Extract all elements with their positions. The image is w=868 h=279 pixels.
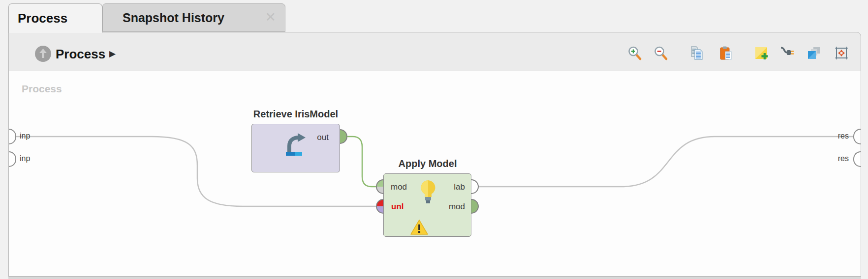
chevron-right-icon: ▶: [109, 49, 116, 59]
zoom-in-icon[interactable]: [627, 46, 642, 60]
fit-to-view-icon[interactable]: [834, 46, 849, 60]
apply-lab-out-port-label: lab: [454, 182, 465, 192]
apply-mod-out-port-label: mod: [449, 202, 465, 212]
operator-retrieve-irismodel[interactable]: out: [251, 124, 340, 172]
process-editor-window: Process Snapshot History ✕ Process ▶: [0, 0, 868, 279]
canvas-bottom-edge: [8, 276, 861, 279]
process-result-label-1: res: [823, 132, 849, 140]
apply-mod-in-port-label: mod: [391, 182, 407, 192]
process-input-label-2: inp: [20, 154, 30, 163]
copy-icon[interactable]: [689, 46, 704, 60]
apply-unl-in-port-label: unl: [391, 202, 404, 212]
navigate-up-button[interactable]: [35, 46, 51, 62]
process-input-label-1: inp: [20, 132, 30, 140]
process-canvas[interactable]: Process inp inp res res Retrieve IrisMod…: [8, 71, 861, 276]
operator-title-retrieve: Retrieve IrisModel: [232, 109, 360, 120]
tab-process-label: Process: [9, 11, 67, 26]
breadcrumb[interactable]: Process: [56, 47, 105, 62]
up-arrow-icon: [35, 46, 51, 62]
warning-icon: [410, 219, 429, 235]
process-result-label-2: res: [823, 154, 849, 163]
operator-apply-model[interactable]: mod unl lab mod: [383, 173, 471, 237]
move-forward-icon[interactable]: [806, 46, 821, 60]
close-icon[interactable]: ✕: [265, 10, 276, 25]
operator-title-apply-model: Apply Model: [364, 158, 492, 169]
paste-icon[interactable]: [718, 46, 733, 60]
tab-process[interactable]: Process: [8, 3, 102, 33]
zoom-out-icon[interactable]: [653, 46, 668, 60]
add-note-icon[interactable]: [754, 46, 769, 60]
tab-snapshot-history-label: Snapshot History: [103, 11, 224, 25]
wire-lab-to-res: [479, 137, 854, 187]
tab-snapshot-history[interactable]: Snapshot History ✕: [102, 3, 285, 32]
process-toolbar: Process ▶: [8, 32, 861, 71]
auto-wire-icon[interactable]: [780, 46, 795, 60]
retrieve-out-port-label: out: [317, 133, 329, 142]
retrieve-curved-arrow-icon: [283, 131, 309, 158]
lightbulb-icon: [419, 179, 437, 207]
